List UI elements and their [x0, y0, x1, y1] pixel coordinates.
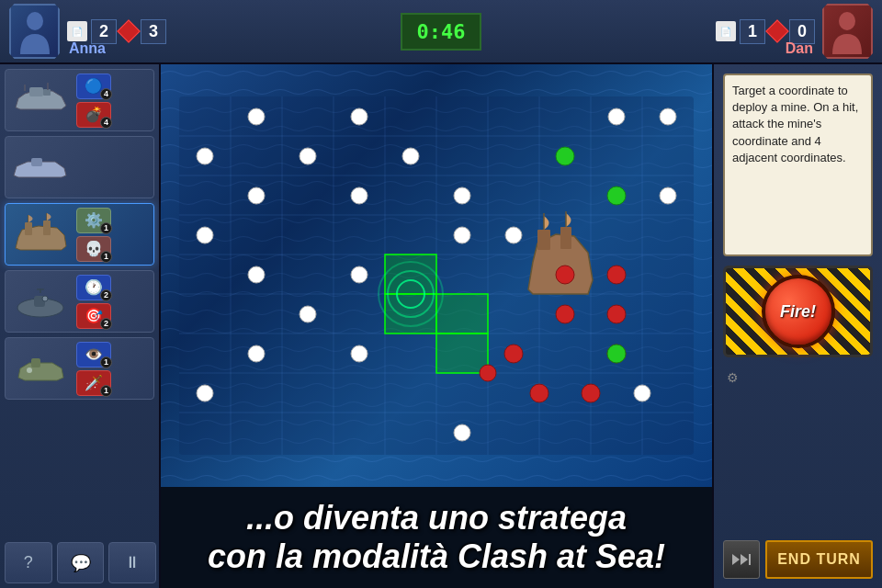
- player1-avatar: [9, 4, 60, 59]
- cruiser-count2: 4: [100, 117, 112, 129]
- overlay-line2: con la modalità Clash at Sea!: [208, 537, 665, 576]
- peg-g1: [556, 147, 574, 165]
- svg-point-1: [839, 12, 855, 30]
- sub-action2[interactable]: 🎯 2: [76, 303, 111, 329]
- peg-w10: [454, 187, 470, 204]
- spacer: ⚙: [723, 367, 873, 531]
- scroll2-icon: 📄: [716, 21, 736, 41]
- cruiser-action1[interactable]: 🔵 4: [76, 74, 111, 99]
- fast-forward-icon: [732, 553, 751, 566]
- peg-w1: [248, 108, 265, 125]
- svg-point-17: [27, 368, 32, 373]
- peg-g3: [607, 345, 626, 363]
- galleon-count1: 1: [100, 222, 112, 234]
- fire-button[interactable]: Fire!: [762, 275, 835, 348]
- svg-rect-16: [31, 358, 40, 368]
- sub-count2: 2: [100, 318, 112, 330]
- instruction-text: Target a coordinate to deploy a mine. On…: [732, 83, 864, 166]
- cruiser-actions: 🔵 4 💣 4: [76, 74, 111, 128]
- ship-row-galleon[interactable]: ⚙️ 1 💀 1: [5, 203, 154, 266]
- end-turn-button[interactable]: END TURN: [765, 540, 873, 579]
- ship-row-patrol[interactable]: 👁️ 1 🗡️ 1: [5, 337, 154, 400]
- ship-row-submarine[interactable]: 🕐 2 🎯 2: [5, 270, 154, 333]
- galleon-ship-img: [11, 211, 71, 257]
- peg-w14: [505, 227, 522, 243]
- svg-rect-3: [43, 89, 51, 96]
- highlight-cell1[interactable]: [385, 254, 436, 294]
- svg-rect-2: [29, 87, 43, 96]
- peg-w3: [608, 108, 625, 125]
- player1-name: Anna: [69, 40, 106, 57]
- peg-w15: [248, 266, 265, 283]
- sub-count1: 2: [100, 289, 112, 301]
- peg-r4: [607, 305, 626, 323]
- game-area[interactable]: ...o diventa uno stratega con la modalit…: [161, 64, 712, 588]
- galleon-action2[interactable]: 💀 1: [76, 236, 111, 262]
- hit-diamond-icon: [117, 19, 140, 42]
- hit-diamond2-icon: [765, 19, 788, 42]
- svg-rect-8: [43, 220, 51, 235]
- highlight-cell2[interactable]: [385, 294, 436, 334]
- sidebar: 🔵 4 💣 4: [0, 64, 161, 588]
- peg-w5: [197, 148, 213, 164]
- patrol-action2[interactable]: 🗡️ 1: [76, 370, 111, 396]
- pause-button[interactable]: ⏸: [108, 542, 156, 583]
- peg-r3: [556, 305, 574, 323]
- peg-w13: [454, 227, 470, 243]
- instruction-box: Target a coordinate to deploy a mine. On…: [723, 74, 873, 256]
- galleon-count2: 1: [100, 251, 112, 263]
- game-grid[interactable]: [179, 78, 694, 473]
- app: 📄 2 3 0:46 📄 1: [0, 0, 882, 588]
- cruiser-count1: 4: [100, 88, 112, 100]
- overlay-text: ...o diventa uno stratega con la modalit…: [161, 487, 712, 588]
- highlight-cell3[interactable]: [436, 294, 488, 334]
- svg-marker-45: [741, 554, 748, 565]
- peg-w11: [660, 187, 676, 204]
- timer-display: 0:46: [401, 13, 482, 51]
- patrol-ship-img: [11, 345, 71, 391]
- svg-point-13: [42, 296, 48, 301]
- peg-w9: [351, 187, 368, 204]
- player2-score: 1: [740, 19, 765, 44]
- right-panel: Target a coordinate to deploy a mine. On…: [712, 64, 882, 588]
- svg-rect-40: [537, 230, 550, 250]
- svg-rect-41: [560, 227, 571, 249]
- galleon-action1[interactable]: ⚙️ 1: [76, 208, 111, 233]
- chat-button[interactable]: 💬: [57, 542, 105, 583]
- ship-row-cruiser[interactable]: 🔵 4 💣 4: [5, 69, 154, 131]
- scroll-icon: 📄: [67, 21, 87, 41]
- patrol-action1[interactable]: 👁️ 1: [76, 342, 111, 368]
- help-button[interactable]: ?: [5, 542, 52, 583]
- sub-action1[interactable]: 🕐 2: [76, 275, 111, 300]
- peg-w7: [402, 148, 419, 164]
- peg-w22: [454, 424, 470, 441]
- settings-icon[interactable]: ⚙: [727, 370, 739, 385]
- patrol-count2: 1: [100, 385, 112, 397]
- svg-rect-7: [25, 222, 32, 235]
- peg-r5: [504, 345, 523, 363]
- skip-button[interactable]: [723, 540, 760, 579]
- ship-row-destroyer[interactable]: [5, 136, 154, 198]
- overlay-line1: ...o diventa uno stratega: [246, 499, 627, 537]
- highlight-cell4[interactable]: [436, 334, 488, 373]
- peg-w2: [351, 108, 368, 125]
- submarine-ship-img: [11, 278, 71, 324]
- svg-marker-44: [732, 554, 740, 565]
- peg-r8: [530, 384, 548, 402]
- end-turn-row: END TURN: [723, 540, 873, 579]
- peg-w18: [248, 345, 265, 362]
- peg-w20: [197, 385, 213, 401]
- peg-w19: [351, 345, 368, 362]
- grid-container[interactable]: [179, 78, 694, 473]
- cruiser-ship-img: [11, 77, 71, 123]
- cruiser-action2[interactable]: 💣 4: [76, 102, 111, 128]
- bottom-bar: ? 💬 ⏸: [0, 537, 161, 588]
- patrol-count1: 1: [100, 356, 112, 368]
- svg-rect-46: [749, 554, 751, 565]
- svg-rect-6: [31, 158, 42, 166]
- peg-r2: [607, 266, 626, 284]
- peg-w16: [351, 266, 368, 283]
- fire-area: Fire!: [723, 266, 873, 357]
- peg-g2: [607, 187, 626, 205]
- peg-w6: [300, 148, 316, 164]
